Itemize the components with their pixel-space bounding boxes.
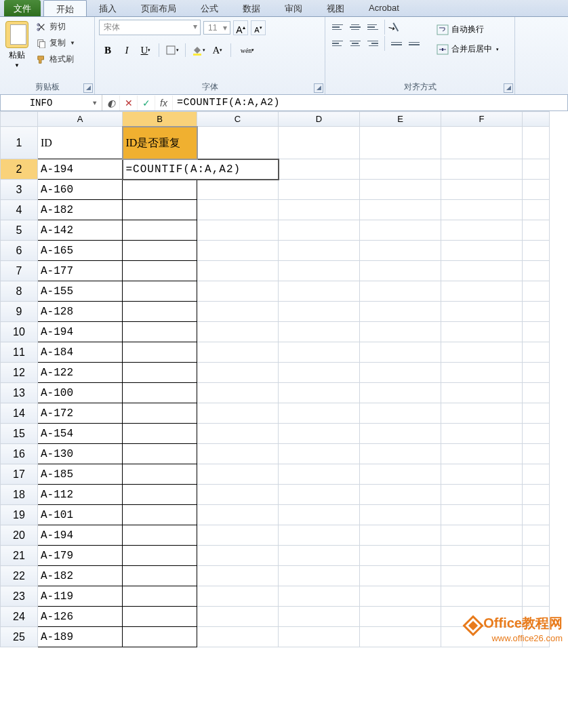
cell[interactable] bbox=[197, 220, 279, 241]
col-head-A[interactable]: A bbox=[38, 112, 123, 127]
align-center-button[interactable] bbox=[347, 36, 363, 51]
cell[interactable] bbox=[279, 180, 360, 200]
cell[interactable] bbox=[523, 220, 550, 241]
cell[interactable] bbox=[279, 424, 360, 444]
tab-formulas[interactable]: 公式 bbox=[188, 0, 230, 16]
cut-button[interactable]: 剪切 bbox=[34, 20, 77, 34]
tab-insert[interactable]: 插入 bbox=[87, 0, 129, 16]
cell-B21[interactable] bbox=[123, 546, 197, 566]
cell[interactable] bbox=[360, 159, 441, 180]
cell-B13[interactable] bbox=[123, 383, 197, 403]
cell[interactable] bbox=[523, 302, 550, 322]
cell[interactable] bbox=[523, 322, 550, 342]
cell[interactable] bbox=[441, 505, 523, 525]
cell[interactable] bbox=[441, 127, 523, 159]
cell[interactable] bbox=[360, 525, 441, 546]
cell-A4[interactable]: A-182 bbox=[38, 200, 123, 220]
cell[interactable] bbox=[523, 505, 550, 525]
row-head-23[interactable]: 23 bbox=[1, 586, 38, 607]
format-painter-button[interactable]: 格式刷 bbox=[34, 52, 77, 66]
cell-A5[interactable]: A-142 bbox=[38, 220, 123, 241]
cell[interactable] bbox=[441, 586, 523, 607]
cell[interactable] bbox=[279, 464, 360, 485]
copy-button[interactable]: 复制▼ bbox=[34, 36, 77, 50]
cell-A16[interactable]: A-130 bbox=[38, 444, 123, 464]
cell[interactable] bbox=[279, 566, 360, 586]
cell[interactable] bbox=[360, 627, 441, 647]
col-head-C[interactable]: C bbox=[197, 112, 279, 127]
cell[interactable] bbox=[441, 342, 523, 363]
cell[interactable] bbox=[279, 322, 360, 342]
cell[interactable] bbox=[441, 566, 523, 586]
cell[interactable] bbox=[441, 444, 523, 464]
cell[interactable] bbox=[197, 485, 279, 505]
cell[interactable] bbox=[279, 607, 360, 627]
cell[interactable] bbox=[523, 464, 550, 485]
cell[interactable] bbox=[441, 322, 523, 342]
row-head-16[interactable]: 16 bbox=[1, 444, 38, 464]
row-head-24[interactable]: 24 bbox=[1, 607, 38, 627]
cell-B5[interactable] bbox=[123, 220, 197, 241]
cell-B25[interactable] bbox=[123, 627, 197, 647]
cell[interactable] bbox=[279, 403, 360, 424]
cell-B4[interactable] bbox=[123, 200, 197, 220]
cell-A7[interactable]: A-177 bbox=[38, 261, 123, 281]
cell[interactable] bbox=[197, 444, 279, 464]
tab-page-layout[interactable]: 页面布局 bbox=[129, 0, 188, 16]
cell[interactable] bbox=[441, 180, 523, 200]
cell[interactable] bbox=[279, 525, 360, 546]
cell[interactable] bbox=[360, 444, 441, 464]
cell[interactable] bbox=[441, 424, 523, 444]
cell-A21[interactable]: A-179 bbox=[38, 546, 123, 566]
col-head-D[interactable]: D bbox=[279, 112, 360, 127]
row-head-21[interactable]: 21 bbox=[1, 546, 38, 566]
cell[interactable] bbox=[441, 525, 523, 546]
insert-function-button[interactable]: fx bbox=[155, 96, 173, 110]
tab-file[interactable]: 文件 bbox=[4, 0, 41, 16]
cell[interactable] bbox=[279, 220, 360, 241]
cell[interactable] bbox=[523, 281, 550, 302]
italic-button[interactable]: I bbox=[118, 42, 136, 58]
cell-A3[interactable]: A-160 bbox=[38, 180, 123, 200]
cell[interactable] bbox=[441, 159, 523, 180]
cell-A1[interactable]: ID bbox=[38, 127, 123, 159]
tab-view[interactable]: 视图 bbox=[315, 0, 357, 16]
cell[interactable] bbox=[360, 200, 441, 220]
cell[interactable] bbox=[523, 403, 550, 424]
cell[interactable] bbox=[523, 342, 550, 363]
cell[interactable] bbox=[197, 342, 279, 363]
row-head-6[interactable]: 6 bbox=[1, 241, 38, 261]
cell-A24[interactable]: A-126 bbox=[38, 607, 123, 627]
cell[interactable] bbox=[197, 403, 279, 424]
cell[interactable] bbox=[279, 444, 360, 464]
cell[interactable] bbox=[360, 586, 441, 607]
increase-font-button[interactable]: A▴ bbox=[233, 20, 248, 35]
name-box[interactable]: INFO bbox=[1, 95, 102, 110]
cell[interactable] bbox=[523, 241, 550, 261]
font-size-select[interactable]: 11 ▾ bbox=[203, 21, 230, 35]
row-head-9[interactable]: 9 bbox=[1, 302, 38, 322]
font-launcher[interactable]: ◢ bbox=[314, 83, 323, 93]
cell[interactable] bbox=[360, 505, 441, 525]
align-left-button[interactable] bbox=[329, 36, 346, 51]
cell-B16[interactable] bbox=[123, 444, 197, 464]
cell-A8[interactable]: A-155 bbox=[38, 281, 123, 302]
cell[interactable] bbox=[441, 241, 523, 261]
cell[interactable] bbox=[279, 586, 360, 607]
cell-B22[interactable] bbox=[123, 566, 197, 586]
cell[interactable] bbox=[523, 485, 550, 505]
align-top-button[interactable] bbox=[329, 20, 346, 35]
accept-formula-button[interactable]: ✓ bbox=[138, 96, 155, 110]
row-head-2[interactable]: 2 bbox=[1, 159, 38, 180]
cell[interactable] bbox=[360, 241, 441, 261]
cell-B9[interactable] bbox=[123, 302, 197, 322]
cell-A9[interactable]: A-128 bbox=[38, 302, 123, 322]
select-all-corner[interactable] bbox=[1, 112, 38, 127]
cell[interactable] bbox=[197, 424, 279, 444]
cell[interactable] bbox=[523, 525, 550, 546]
row-head-8[interactable]: 8 bbox=[1, 281, 38, 302]
row-head-22[interactable]: 22 bbox=[1, 566, 38, 586]
cell[interactable] bbox=[441, 464, 523, 485]
cell-A14[interactable]: A-172 bbox=[38, 403, 123, 424]
cell[interactable] bbox=[523, 424, 550, 444]
